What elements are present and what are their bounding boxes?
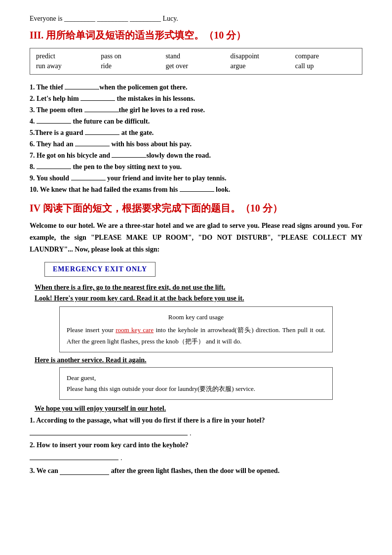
fire-note: When there is a fire, go to the nearest …	[35, 284, 362, 292]
blank-7	[112, 151, 146, 158]
section3-title: III. 用所给单词及短语的适当形式填空。（10 分）	[30, 29, 362, 42]
card-text-1: Please insert your	[67, 326, 116, 334]
blank-6	[75, 139, 110, 146]
section4-title: IV 阅读下面的短文，根据要求完成下面的题目。（10 分）	[30, 202, 362, 215]
period-2: .	[120, 454, 122, 462]
q10: 10. We knew that he had failed the exams…	[30, 185, 362, 194]
q2: 2. Let's help him the mistakes in his le…	[30, 94, 362, 103]
word-6: run away	[36, 62, 97, 70]
word-2: pass on	[101, 52, 161, 60]
word-4: disappoint	[231, 52, 291, 60]
blank-5	[85, 128, 119, 135]
comp-q1: 1. According to the passage, what will y…	[30, 417, 362, 425]
blank-3	[84, 105, 119, 112]
q3: 3. The poem often the girl he loves to a…	[30, 105, 362, 114]
here-service: Here is another service. Read it again.	[35, 356, 362, 364]
q7: 7. He got on his bicycle and slowly down…	[30, 151, 362, 160]
answer-line-1	[30, 427, 188, 435]
comp-q1-section: 1. According to the passage, what will y…	[30, 417, 362, 437]
comp-q2-section: 2. How to insert your room key card into…	[30, 441, 362, 462]
period-1: .	[190, 429, 192, 437]
comp-q3: 3. We can after the green light flashes,…	[30, 467, 362, 475]
guest-text2: Please hang this sign outside your door …	[67, 384, 325, 394]
q5: 5.There is a guard at the gate.	[30, 128, 362, 137]
word-1: predict	[36, 52, 97, 60]
blank-10	[180, 185, 214, 192]
word-8: get over	[165, 62, 226, 70]
look-note: Look! Here's your room key card. Read it…	[35, 295, 362, 302]
word-5: compare	[295, 52, 356, 60]
q1: 1. The thief when the policemen got ther…	[30, 83, 362, 91]
blank-8	[37, 162, 71, 169]
card-title: Room key card usage	[67, 312, 325, 323]
guest-text1: Dear guest,	[67, 373, 325, 384]
section3-questions: 1. The thief when the policemen got ther…	[30, 83, 362, 194]
blank-2	[80, 94, 115, 101]
comp-q3-section: 3. We can after the green light flashes,…	[30, 467, 362, 475]
blank-9	[71, 173, 106, 180]
word-10: call up	[295, 62, 356, 70]
q8: 8. the pen to the boy sitting next to yo…	[30, 162, 362, 171]
word-9: argue	[231, 62, 291, 70]
answer-line-2	[30, 452, 118, 460]
hope-line: We hope you will enjoy yourself in our h…	[35, 405, 362, 413]
blank-1	[65, 83, 99, 89]
word-box: predict pass on stand disappoint compare…	[30, 48, 362, 75]
word-3: stand	[165, 52, 226, 60]
q9: 9. You should your friend and invite her…	[30, 173, 362, 182]
guest-box: Dear guest, Please hang this sign outsid…	[59, 367, 333, 400]
passage-text: Welcome to our hotel. We are a three-sta…	[30, 220, 362, 255]
q6: 6. They had an with his boss about his p…	[30, 139, 362, 148]
word-7: ride	[101, 62, 161, 70]
emergency-sign: EMERGENCY EXIT ONLY	[44, 262, 156, 277]
comp-q2: 2. How to insert your room key card into…	[30, 441, 362, 449]
blank-4	[37, 117, 71, 124]
card-body: Please insert your room key care into th…	[67, 325, 325, 346]
card-room-text: room key care	[116, 326, 154, 334]
room-key-card-box: Room key card usage Please insert your r…	[59, 306, 333, 352]
intro-text: Everyone is _________ _________ ________…	[30, 15, 362, 23]
q4: 4. the future can be difficult.	[30, 117, 362, 126]
blank-q3	[60, 468, 109, 475]
